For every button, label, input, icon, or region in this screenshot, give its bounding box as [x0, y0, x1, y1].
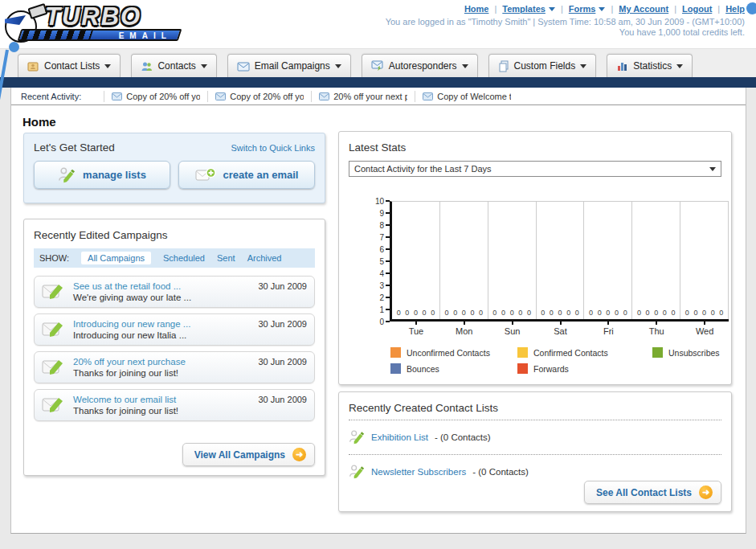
- needle-dot-icon: [9, 42, 19, 52]
- x-axis-label: Wed: [680, 322, 729, 336]
- envelope-icon: [319, 92, 329, 100]
- envelope-icon: [215, 92, 226, 100]
- legend-item: Bounces: [390, 363, 517, 374]
- contact-list-row[interactable]: Exhibition List - (0 Contacts): [349, 425, 721, 449]
- y-axis-tick: 5: [379, 256, 390, 266]
- data-value-label: 0: [654, 309, 658, 317]
- email-pencil-icon: [42, 357, 66, 378]
- recent-activity-item[interactable]: 20% off your next p: [311, 91, 415, 102]
- contact-list-count: - (0 Contacts): [435, 432, 491, 442]
- filter-sent[interactable]: Sent: [217, 253, 235, 263]
- campaign-title-link[interactable]: Welcome to our email list: [73, 395, 251, 404]
- chart-y-axis: 109876543210: [363, 201, 390, 322]
- turbo-email-app: TURBO EMAIL Home| Templates| Forms| My A…: [0, 0, 756, 549]
- get-started-panel: Let's Get Started Switch to Quick Links …: [23, 133, 325, 203]
- legend-item: Forwards: [517, 363, 652, 374]
- chevron-down-icon: [676, 64, 683, 68]
- custom-fields-icon: [498, 60, 509, 72]
- switch-quick-links-link[interactable]: Switch to Quick Links: [231, 143, 315, 153]
- contact-list-link[interactable]: Exhibition List: [371, 432, 428, 442]
- recent-activity-item[interactable]: Copy of 20% off yo: [207, 91, 311, 102]
- tab-custom-fields[interactable]: Custom Fields: [488, 54, 597, 77]
- contact-list-link[interactable]: Newsletter Subscribers: [371, 467, 466, 477]
- nav-home-link[interactable]: Home: [464, 4, 489, 14]
- campaign-title-link[interactable]: See us at the retail food ...: [73, 281, 251, 291]
- x-axis-label: Mon: [440, 322, 488, 336]
- nav-logout-link[interactable]: Logout: [682, 4, 712, 14]
- campaign-row[interactable]: See us at the retail food ... We're givi…: [34, 276, 315, 308]
- tab-statistics[interactable]: Statistics: [607, 54, 693, 77]
- credits-status: You have 1,000 total credits left.: [386, 27, 745, 38]
- y-axis-tick: 7: [379, 232, 390, 242]
- legend-swatch: [517, 363, 528, 374]
- stats-period-select[interactable]: Contact Activity for the Last 7 Days: [349, 161, 721, 177]
- tab-autoresponders[interactable]: Autoresponders: [362, 54, 478, 77]
- legend-swatch: [390, 363, 401, 374]
- tab-email-campaigns[interactable]: Email Campaigns: [227, 54, 351, 77]
- filter-archived[interactable]: Archived: [247, 253, 282, 263]
- show-label: SHOW:: [39, 253, 69, 263]
- data-value-label: 0: [693, 309, 697, 317]
- campaign-date: 30 Jun 2009: [258, 281, 307, 291]
- chart-day-group: 00000: [537, 202, 585, 319]
- latest-stats-title: Latest Stats: [349, 141, 406, 154]
- recent-activity-label: Recent Activity:: [21, 92, 81, 101]
- navy-divider-bar: [0, 77, 756, 88]
- y-axis-tick: 8: [379, 220, 390, 230]
- create-email-button[interactable]: create an email: [178, 161, 315, 189]
- email-campaigns-icon: [237, 61, 250, 72]
- legend-swatch: [517, 347, 528, 358]
- chevron-down-icon: [462, 64, 468, 68]
- see-all-contact-lists-button[interactable]: See All Contact Lists ➜: [584, 481, 721, 504]
- campaign-desc: Introducing our new Italia ...: [73, 330, 251, 340]
- recently-created-contact-lists-panel: Recently Created Contact Lists Exhibitio…: [338, 391, 732, 512]
- envelope-icon: [112, 92, 122, 100]
- campaign-row[interactable]: 20% off your next purchase Thanks for jo…: [34, 351, 315, 383]
- manage-lists-button[interactable]: manage lists: [34, 161, 170, 189]
- chart-day-group: 00000: [632, 202, 680, 319]
- data-value-label: 0: [414, 309, 418, 317]
- campaign-title-link[interactable]: Introducing our new range ...: [73, 319, 251, 329]
- campaign-row[interactable]: Introducing our new range ... Introducin…: [34, 313, 315, 346]
- tab-contacts[interactable]: Contacts: [131, 54, 216, 77]
- chevron-down-icon: [335, 64, 341, 68]
- nav-help-link[interactable]: Help: [725, 4, 745, 14]
- logo-stripes: [21, 31, 93, 39]
- chevron-down-icon: [599, 7, 605, 11]
- statistics-icon: [616, 60, 628, 72]
- data-value-label: 0: [615, 309, 619, 317]
- tab-contact-lists[interactable]: Contact Lists: [18, 54, 121, 77]
- email-pencil-icon: [42, 281, 66, 302]
- campaign-row[interactable]: Welcome to our email list Thanks for joi…: [34, 389, 315, 421]
- y-axis-tick: 0: [379, 317, 390, 326]
- session-status: You are logged in as "Timothy Smith" | S…: [386, 17, 745, 38]
- data-value-label: 0: [470, 309, 474, 317]
- logo-bar: EMAIL: [18, 29, 182, 41]
- contact-activity-chart: 109876543210 000000000000000000000000000…: [363, 201, 729, 336]
- data-value-label: 0: [671, 309, 675, 317]
- contact-list-count: - (0 Contacts): [472, 467, 529, 477]
- chart-day-group: 00000: [584, 202, 632, 319]
- nav-my-account-link[interactable]: My Account: [619, 4, 668, 14]
- recent-activity-item[interactable]: Copy of 20% off yo: [104, 91, 207, 102]
- legend-item: Confirmed Contacts: [517, 347, 652, 358]
- campaigns-title: Recently Edited Campaigns: [34, 229, 168, 241]
- envelope-icon: [423, 92, 433, 100]
- data-value-label: 0: [702, 309, 706, 317]
- logged-in-status: You are logged in as "Timothy Smith" | S…: [386, 17, 745, 27]
- arrow-right-icon: ➜: [292, 448, 306, 461]
- list-pencil-icon: [58, 166, 76, 184]
- nav-templates-link[interactable]: Templates: [502, 4, 555, 14]
- data-value-label: 0: [663, 309, 667, 317]
- filter-scheduled[interactable]: Scheduled: [163, 253, 205, 263]
- filter-all-campaigns[interactable]: All Campaigns: [81, 252, 151, 264]
- data-value-label: 0: [575, 309, 579, 317]
- legend-swatch: [652, 347, 663, 358]
- contacts-icon: [141, 60, 153, 72]
- recent-activity-item[interactable]: Copy of Welcome to: [415, 91, 518, 102]
- nav-forms-link[interactable]: Forms: [569, 4, 606, 14]
- campaign-title-link[interactable]: 20% off your next purchase: [73, 357, 251, 367]
- y-axis-tick: 2: [379, 293, 390, 302]
- view-all-campaigns-button[interactable]: View All Campaigns ➜: [182, 443, 315, 466]
- campaign-desc: Thanks for joining our list!: [73, 368, 251, 378]
